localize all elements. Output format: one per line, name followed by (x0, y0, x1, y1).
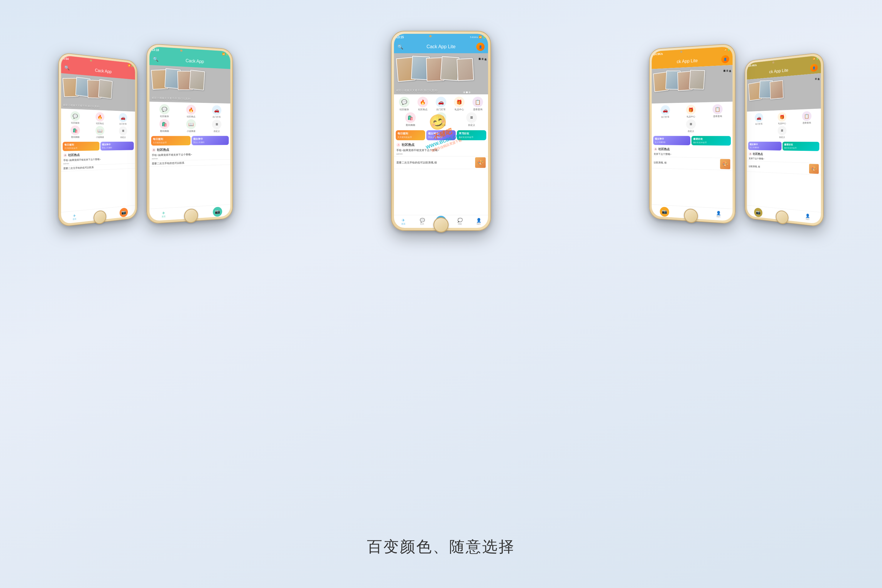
icon-book-3[interactable]: 📖 小说阅读 (434, 112, 448, 127)
nav-camera-2[interactable]: 📷 (204, 205, 230, 218)
nav-home-1[interactable]: ✈ 首页 (61, 210, 88, 224)
phone-3-wrapper: 13:15 5.81K/s 📶🔋 🔍 Cack App Lite 👤 (391, 31, 491, 231)
promo-goddess-1[interactable]: 领女神卡 享女人专属特 (100, 142, 134, 150)
home-button-2[interactable] (184, 208, 198, 223)
user-avatar-5[interactable]: 👤 (810, 63, 818, 72)
phone-4-wrapper: 24:9K/s 📶🔋 ck App Lite 👤 真·视频论坛 (649, 43, 735, 224)
icons-grid-5: 🚗 出门打车 🎁 礼品中心 📋 违章查询 (747, 108, 821, 141)
icon-shop-1[interactable]: 🛍️ 逛街购物 (69, 125, 81, 138)
icon-custom-2[interactable]: ≡ 自定义 (210, 119, 223, 133)
promo-invite-5[interactable]: 邀请好友 邀好友送30金币 (783, 142, 819, 151)
promo-goddess-5[interactable]: 领女神卡 女人专属特权 (748, 142, 782, 150)
icon-book-2[interactable]: 📖 小说阅读 (184, 119, 198, 133)
icon-shop-3[interactable]: 🛍️ 逛街购物 (404, 112, 417, 127)
promo-goddess-2[interactable]: 领女神卡 享女人专属特 (192, 136, 229, 145)
nav-profile-5[interactable]: 👤 我的 (795, 210, 821, 224)
promo-invite-3[interactable]: 邀请好友 邀好友送30金币 (457, 130, 486, 140)
time-2: 13:18 (152, 48, 159, 51)
time-4: 24:9K/s (654, 52, 663, 56)
status-bar-3: 13:15 5.81K/s 📶🔋 (394, 34, 488, 40)
banner-4: 真·视频论坛 记录生活 我用视频告诉你…… (652, 65, 733, 104)
phone-2: 13:18 📶🔋 🔍 Cack App 精彩小视频天天看不停,我们玩真的! (147, 43, 233, 224)
header-3: 🔍 Cack App Lite 👤 (394, 40, 488, 53)
nav-camera-1[interactable]: 📷 (112, 206, 135, 219)
icons-grid-1: 💬 社区板块 🔥 社区热点 🚗 出门打车 (61, 108, 135, 141)
icon-custom-3[interactable]: ≡ 自定义 (465, 112, 478, 127)
banner-5: 真·视频论坛 记录生活 (747, 73, 821, 112)
promo-signin-1[interactable]: 每日签到 天天签到送金币 (63, 142, 99, 151)
icon-taxi-1[interactable]: 🚗 出门打车 (118, 113, 129, 126)
search-icon-1[interactable]: 🔍 (64, 65, 70, 70)
nav-community-3[interactable]: 💬 社区 (413, 215, 432, 228)
nav-profile-3[interactable]: 👤 我的 (469, 215, 488, 228)
nav-messages-3[interactable]: 💭 消息 (450, 215, 469, 228)
user-avatar-4[interactable]: 👤 (721, 55, 729, 63)
phone-5-wrapper: 14:4K/s 📶🔋 ck App Lite 👤 真·视频论坛 记录生 (745, 52, 824, 227)
time-5: 14:4K/s (749, 63, 757, 67)
title-3: Cack App Lite (406, 44, 476, 50)
phone-2-wrapper: 13:18 📶🔋 🔍 Cack App 精彩小视频天天看不停,我们玩真的! (147, 43, 233, 224)
icon-taxi-5[interactable]: 🚗 出门打车 (753, 113, 764, 126)
icon-community-3[interactable]: 💬 社区板块 (397, 97, 411, 111)
phone-3: 13:15 5.81K/s 📶🔋 🔍 Cack App Lite 👤 (391, 31, 491, 231)
phone-1: 5:54 📶🔋 🔍 Cack App (58, 52, 137, 227)
phone-5: 14:4K/s 📶🔋 ck App Lite 👤 真·视频论坛 记录生 (745, 52, 824, 227)
promo-signin-2[interactable]: 每日签到 天天签到送金币 (151, 136, 190, 146)
home-button-3[interactable] (434, 217, 448, 232)
banner-1: 精彩小视频天天看不停,我们玩真的! (61, 73, 135, 112)
icon-gift-5[interactable]: 🎁 礼品中心 (776, 112, 788, 125)
search-icon-3[interactable]: 🔍 (398, 44, 404, 50)
phone-1-wrapper: 5:54 📶🔋 🔍 Cack App (58, 52, 137, 227)
search-icon-2[interactable]: 🔍 (153, 56, 159, 62)
icon-hot-1[interactable]: 🔥 社区热点 (94, 112, 106, 125)
banner-3: 真·视频论坛 记录生活 我用视频告诉你…… 精彩小视频天天看不停,我们玩真的! (394, 53, 488, 94)
promo-invite-4[interactable]: 邀请好友 邀好友送30金币 (692, 136, 731, 146)
icon-traffic-3[interactable]: 📋 违章查询 (471, 97, 485, 111)
icon-taxi-3[interactable]: 🚗 出门打车 (434, 97, 448, 111)
promo-goddess-3[interactable]: 领女神卡 享女人专属特权 (426, 130, 456, 140)
nav-home-3[interactable]: ✈ 首页 (394, 215, 413, 228)
banner-2: 精彩小视频天天看不停,我们玩真的! (149, 65, 230, 104)
icon-traffic-4[interactable]: 📋 违章查询 (711, 104, 724, 118)
promo-signin-3[interactable]: 每日签到 天天签到送金币 (396, 130, 425, 140)
icons-grid-4: 🚗 出门打车 🎁 礼品中心 📋 违章查询 (652, 102, 733, 135)
icon-gift-4[interactable]: 🎁 礼品中心 (684, 105, 698, 118)
icon-custom-4[interactable]: ≡ 自定义 (684, 119, 698, 133)
phones-container: 5:54 📶🔋 🔍 Cack App (29, 31, 853, 531)
user-avatar-3[interactable]: 👤 (476, 43, 484, 51)
icon-custom-1[interactable]: ≡ 自定义 (118, 126, 129, 138)
phone-4: 24:9K/s 📶🔋 ck App Lite 👤 真·视频论坛 (649, 43, 735, 224)
icon-hot-2[interactable]: 🔥 社区热点 (184, 105, 198, 118)
icon-taxi-4[interactable]: 🚗 出门打车 (659, 105, 672, 118)
title-4: ck App Lite (655, 57, 721, 65)
icon-community-2[interactable]: 💬 社区板块 (158, 104, 171, 118)
icon-traffic-5[interactable]: 📋 违章查询 (801, 111, 813, 124)
title-2: Cack App (161, 57, 227, 65)
nav-camera-5[interactable]: 📷 (747, 206, 770, 219)
icons-grid-3: 💬 社区板块 🔥 社区热点 🚗 出门打车 🎁 (394, 94, 488, 129)
icon-hot-3[interactable]: 🔥 社区热点 (416, 97, 430, 111)
icon-gift-3[interactable]: 🎁 礼品中心 (452, 97, 466, 111)
icons-grid-2: 💬 社区板块 🔥 社区热点 🚗 出门打车 (149, 102, 230, 135)
promo-goddess-4[interactable]: 领女神卡 女人专属特权 (653, 136, 690, 145)
nav-camera-4[interactable]: 📷 (652, 205, 678, 218)
icon-book-1[interactable]: 📖 小说阅读 (94, 126, 106, 139)
nav-home-2[interactable]: ✈ 首页 (149, 208, 177, 221)
icon-community-1[interactable]: 💬 社区板块 (69, 111, 81, 124)
time-1: 5:54 (63, 57, 69, 60)
icon-taxi-2[interactable]: 🚗 出门打车 (210, 105, 223, 118)
time-3: 13:15 (396, 36, 404, 39)
icon-shop-2[interactable]: 🛍️ 逛街购物 (158, 119, 171, 133)
icon-custom-5[interactable]: ≡ 自定义 (776, 126, 788, 139)
caption: 百变颜色、随意选择 (367, 537, 515, 557)
nav-profile-4[interactable]: 👤 我的 (704, 208, 732, 221)
